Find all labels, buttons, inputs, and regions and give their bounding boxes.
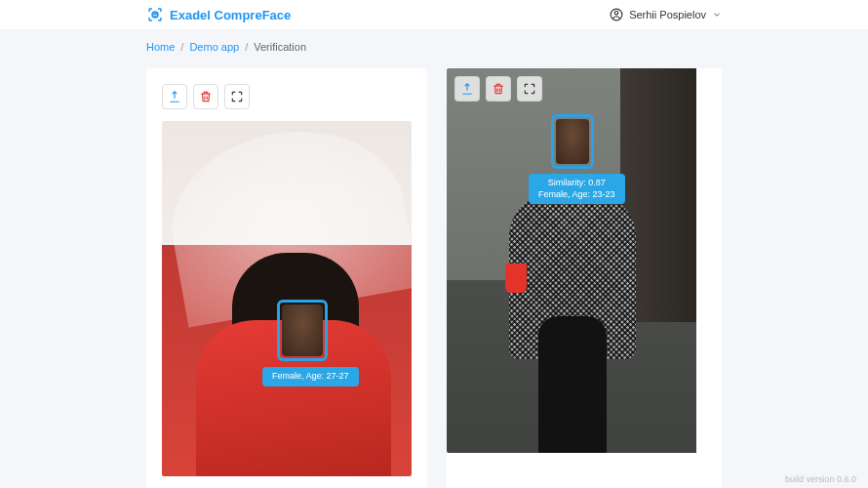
user-name: Serhii Pospielov — [629, 9, 706, 20]
source-photo: Female, Age: 27-27 — [162, 121, 412, 476]
breadcrumb-separator: / — [245, 41, 248, 53]
breadcrumb-home[interactable]: Home — [146, 41, 175, 53]
target-toolbar — [454, 76, 542, 102]
user-menu[interactable]: Serhii Pospielov — [610, 8, 722, 21]
demographics-label: Female, Age: 23-23 — [538, 189, 615, 201]
delete-button[interactable] — [486, 76, 511, 102]
source-panel: Female, Age: 27-27 — [146, 68, 427, 488]
source-image: Female, Age: 27-27 — [162, 121, 412, 476]
upload-button[interactable] — [162, 84, 187, 109]
face-region — [556, 119, 589, 164]
face-detection-box — [551, 114, 594, 169]
user-avatar-icon — [610, 8, 623, 21]
expand-icon — [523, 82, 536, 96]
build-version: build version 0.6.0 — [785, 474, 856, 484]
svg-point-2 — [156, 14, 157, 15]
svg-point-1 — [153, 14, 154, 15]
svg-point-4 — [614, 12, 618, 16]
detection-label: Female, Age: 27-27 — [272, 371, 349, 381]
upload-icon — [168, 90, 181, 103]
trash-icon — [199, 90, 213, 103]
photo-prop-cup — [505, 264, 527, 293]
chevron-down-icon — [712, 10, 722, 20]
app-header: Exadel CompreFace Serhii Pospielov — [0, 0, 868, 29]
target-panel: Similarity: 0.87 Female, Age: 23-23 — [447, 68, 722, 488]
brand[interactable]: Exadel CompreFace — [146, 6, 291, 23]
source-toolbar — [162, 84, 412, 109]
upload-icon — [460, 82, 474, 96]
breadcrumb-app[interactable]: Demo app — [189, 41, 239, 53]
target-image: Similarity: 0.87 Female, Age: 23-23 — [447, 68, 722, 453]
face-detection-box — [277, 300, 328, 361]
similarity-label: Similarity: 0.87 — [538, 178, 615, 189]
breadcrumb-current: Verification — [254, 41, 306, 53]
fullscreen-button[interactable] — [517, 76, 542, 102]
upload-button[interactable] — [454, 76, 480, 102]
target-photo: Similarity: 0.87 Female, Age: 23-23 — [447, 68, 696, 453]
fullscreen-button[interactable] — [224, 84, 250, 109]
trash-icon — [492, 82, 505, 96]
comparison-panels: Female, Age: 27-27 — [146, 68, 722, 488]
expand-icon — [230, 90, 244, 103]
breadcrumb-separator: / — [180, 41, 183, 53]
main-content: Home / Demo app / Verification — [0, 29, 868, 488]
breadcrumb: Home / Demo app / Verification — [146, 41, 722, 53]
delete-button[interactable] — [193, 84, 218, 109]
brand-logo-icon — [146, 6, 164, 23]
face-region — [282, 305, 323, 356]
brand-name: Exadel CompreFace — [170, 8, 291, 22]
photo-subject-pants — [538, 316, 607, 453]
detection-badge: Female, Age: 27-27 — [262, 367, 359, 386]
detection-badge: Similarity: 0.87 Female, Age: 23-23 — [529, 174, 625, 204]
